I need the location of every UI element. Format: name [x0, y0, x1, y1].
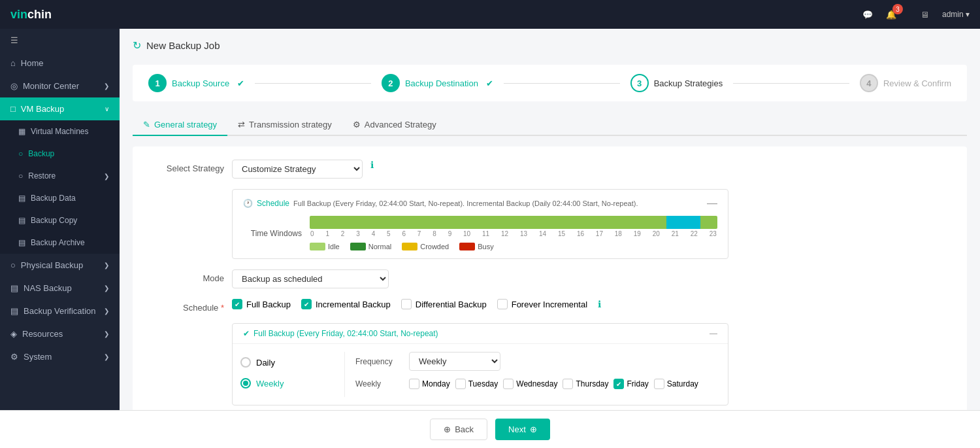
sub-collapse-icon[interactable]: — — [710, 329, 717, 338]
forever-incremental-checkbox[interactable] — [497, 299, 508, 309]
sidebar-item-restore[interactable]: ○ Restore ❯ — [0, 165, 120, 187]
daily-radio[interactable] — [240, 357, 251, 368]
tw-legend: Idle Normal Crowded — [310, 243, 717, 250]
schedule-collapse-icon[interactable]: — — [707, 198, 717, 209]
sidebar-label-home: Home — [21, 58, 44, 68]
sidebar-label-backup-archive: Backup Archive — [31, 238, 85, 247]
weekly-radio-inner — [243, 381, 248, 386]
check-incremental-backup[interactable]: ✔ Incremental Backup — [301, 299, 391, 309]
sidebar-label-vms: Virtual Machines — [31, 127, 89, 136]
differential-backup-label: Differential Backup — [416, 300, 487, 309]
monitor-icon[interactable]: 🖥 — [919, 8, 932, 21]
restore-icon: ○ — [18, 171, 23, 181]
saturday-label: Saturday — [667, 379, 698, 388]
next-button[interactable]: Next ⊕ — [495, 419, 550, 440]
day-friday[interactable]: ✔ Friday — [613, 379, 648, 389]
strategy-select[interactable]: Customize Strategy — [232, 160, 363, 179]
step-3[interactable]: 3 Backup Strategies — [630, 74, 723, 92]
weekly-row-label: Weekly — [355, 379, 401, 388]
sidebar-item-vm-backup[interactable]: □ VM Backup ∨ — [0, 97, 120, 120]
sidebar: ☰ ⌂ Home ◎ Monitor Center ❯ □ VM Backup … — [0, 29, 120, 410]
sidebar-item-virtual-machines[interactable]: ▦ Virtual Machines — [0, 120, 120, 143]
frequency-select[interactable]: Weekly — [409, 352, 500, 371]
sidebar-item-monitor[interactable]: ◎ Monitor Center ❯ — [0, 75, 120, 97]
tab-advanced[interactable]: ⚙ Advanced Strategy — [342, 114, 447, 135]
backup-icon: ○ — [18, 149, 23, 158]
sidebar-label-nas: NAS Backup — [24, 283, 72, 293]
home-icon: ⌂ — [10, 58, 16, 68]
step-1-num: 1 — [148, 74, 167, 92]
weekly-radio[interactable] — [240, 378, 251, 388]
busy-swatch — [459, 243, 475, 250]
sidebar-item-backup-archive[interactable]: ▤ Backup Archive — [0, 232, 120, 254]
message-icon[interactable]: 💬 — [861, 8, 874, 21]
step-2-label: Backup Destination — [405, 78, 478, 88]
backup-data-icon: ▤ — [18, 194, 25, 203]
weekly-row: Weekly Monday Tuesday — [355, 379, 720, 389]
tab-advanced-label: Advanced Strategy — [365, 120, 436, 129]
incremental-backup-checkbox[interactable]: ✔ — [301, 299, 312, 309]
day-thursday[interactable]: Thursday — [563, 379, 608, 389]
sidebar-item-backup-verification[interactable]: ▤ Backup Verification ❯ — [0, 300, 120, 322]
system-arrow-icon: ❯ — [104, 353, 109, 360]
wednesday-checkbox[interactable] — [503, 379, 514, 389]
topbar-right: 💬 🔔 3 🖥 admin ▾ — [861, 8, 970, 21]
friday-label: Friday — [627, 379, 648, 388]
differential-backup-checkbox[interactable] — [401, 299, 412, 309]
schedule-info-icon[interactable]: ℹ — [598, 299, 601, 309]
step-2[interactable]: 2 Backup Destination ✔ — [382, 74, 493, 92]
forever-incremental-label: Forever Incremental — [512, 300, 587, 309]
schedule-desc: Full Backup (Every Friday, 02:44:00 Star… — [293, 199, 638, 207]
day-tuesday[interactable]: Tuesday — [455, 379, 498, 389]
frequency-left: Daily Weekly — [240, 352, 345, 397]
sidebar-item-home[interactable]: ⌂ Home — [0, 52, 120, 75]
monday-checkbox[interactable] — [409, 379, 419, 389]
thursday-checkbox[interactable] — [563, 379, 573, 389]
step-4[interactable]: 4 Review & Confirm — [860, 74, 951, 92]
time-windows-label: Time Windows — [243, 229, 302, 238]
friday-checkbox[interactable]: ✔ — [613, 379, 624, 389]
sidebar-toggle[interactable]: ☰ — [0, 29, 120, 52]
tab-transmission[interactable]: ⇄ Transmission strategy — [227, 114, 342, 135]
sidebar-item-physical-backup[interactable]: ○ Physical Backup ❯ — [0, 254, 120, 277]
check-full-backup[interactable]: ✔ Full Backup — [232, 299, 291, 309]
day-wednesday[interactable]: Wednesday — [503, 379, 557, 389]
crowded-swatch — [402, 243, 417, 250]
sidebar-item-backup-copy[interactable]: ▤ Backup Copy — [0, 209, 120, 232]
sidebar-item-nas-backup[interactable]: ▤ NAS Backup ❯ — [0, 277, 120, 300]
thursday-label: Thursday — [576, 379, 608, 388]
day-saturday[interactable]: Saturday — [654, 379, 698, 389]
schedule-checks-row: Schedule ✔ Full Backup ✔ Incremental Bac… — [146, 299, 954, 313]
strategy-info-icon[interactable]: ℹ — [370, 160, 374, 170]
notification-area[interactable]: 🔔 3 — [885, 8, 908, 21]
check-forever-incremental[interactable]: Forever Incremental — [497, 299, 587, 309]
verification-arrow-icon: ❯ — [104, 307, 109, 315]
full-backup-checkbox[interactable]: ✔ — [232, 299, 242, 309]
monitor-center-icon: ◎ — [10, 81, 18, 91]
time-windows-bar — [310, 216, 717, 229]
sidebar-item-system[interactable]: ⚙ System ❯ — [0, 345, 120, 368]
mode-select[interactable]: Backup as scheduled — [232, 269, 389, 288]
bottom-bar: ⊕ Back Next ⊕ — [0, 410, 980, 448]
sidebar-item-resources[interactable]: ◈ Resources ❯ — [0, 322, 120, 345]
tab-general[interactable]: ✎ General strategy — [133, 114, 227, 136]
check-differential-backup[interactable]: Differential Backup — [401, 299, 487, 309]
freq-option-weekly[interactable]: Weekly — [240, 373, 336, 394]
sidebar-item-backup[interactable]: ○ Backup — [0, 143, 120, 165]
freq-option-daily[interactable]: Daily — [240, 352, 336, 373]
tuesday-checkbox[interactable] — [455, 379, 466, 389]
sidebar-label-resources: Resources — [22, 329, 63, 339]
step-3-num: 3 — [630, 74, 649, 92]
pencil-icon: ✎ — [143, 120, 150, 129]
admin-button[interactable]: admin ▾ — [942, 10, 970, 19]
sidebar-item-backup-data[interactable]: ▤ Backup Data — [0, 187, 120, 209]
back-button[interactable]: ⊕ Back — [430, 419, 487, 440]
step-divider-1 — [255, 83, 371, 84]
saturday-checkbox[interactable] — [654, 379, 664, 389]
page-header: ↻ New Backup Job — [133, 39, 967, 52]
tw-numbers: 0 1 2 3 4 5 6 7 8 9 10 11 12 — [310, 230, 717, 237]
full-backup-sub-card: ✔ Full Backup (Every Friday, 02:44:00 St… — [232, 323, 728, 405]
day-monday[interactable]: Monday — [409, 379, 450, 389]
step-1[interactable]: 1 Backup Source ✔ — [148, 74, 244, 92]
step-1-label: Backup Source — [172, 78, 229, 88]
